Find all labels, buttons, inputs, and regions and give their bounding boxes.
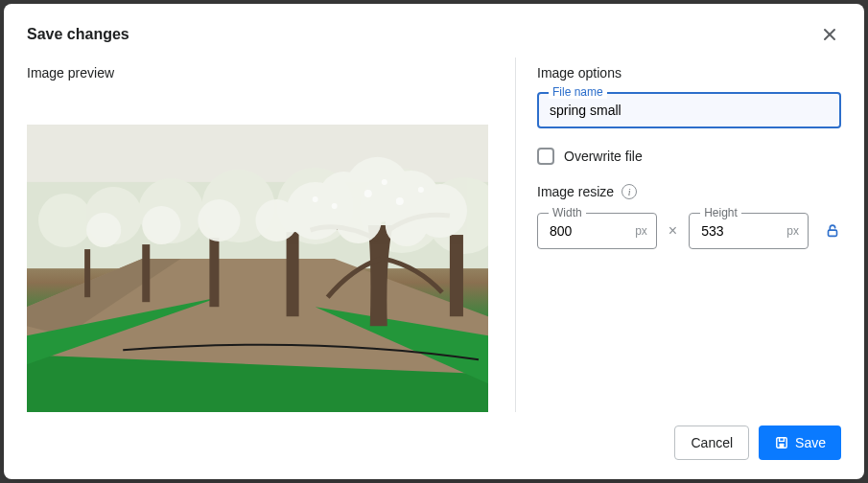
width-unit: px	[635, 224, 647, 238]
resize-label: Image resize	[537, 184, 614, 199]
modal-header: Save changes	[4, 4, 864, 58]
resize-row: Width px × Height px	[537, 213, 841, 249]
svg-point-36	[332, 203, 338, 209]
svg-rect-17	[142, 244, 150, 302]
svg-point-29	[198, 199, 240, 242]
width-label: Width	[549, 206, 586, 219]
overwrite-row: Overwrite file	[537, 148, 841, 165]
cancel-button[interactable]: Cancel	[674, 426, 749, 460]
close-icon	[821, 26, 838, 43]
overwrite-checkbox[interactable]	[537, 148, 554, 165]
preview-section-label: Image preview	[27, 65, 488, 80]
right-pane: Image options File name Overwrite file I…	[515, 58, 841, 412]
lock-icon	[824, 222, 841, 240]
save-icon	[774, 435, 789, 450]
svg-point-37	[313, 196, 318, 202]
options-section-label: Image options	[537, 65, 841, 80]
svg-rect-20	[450, 235, 463, 316]
svg-point-35	[418, 187, 424, 193]
svg-point-28	[255, 199, 297, 242]
info-icon[interactable]: i	[622, 184, 637, 199]
svg-point-9	[38, 194, 92, 247]
modal-body: Image preview	[4, 58, 864, 412]
overwrite-label: Overwrite file	[564, 149, 643, 164]
modal-footer: Cancel Save	[4, 412, 864, 479]
svg-point-30	[142, 206, 180, 244]
svg-point-26	[336, 197, 382, 243]
modal-title: Save changes	[27, 26, 129, 43]
save-label: Save	[795, 435, 826, 450]
width-field: Width px	[537, 213, 657, 249]
svg-rect-40	[780, 444, 785, 448]
svg-rect-18	[209, 238, 219, 307]
svg-point-33	[382, 179, 387, 185]
filename-field: File name	[537, 92, 841, 128]
svg-point-27	[386, 204, 428, 246]
save-changes-modal: Save changes Image preview	[4, 4, 864, 479]
height-field: Height px	[689, 213, 809, 249]
image-preview	[27, 125, 488, 412]
height-unit: px	[786, 224, 799, 238]
aspect-lock-button[interactable]	[824, 222, 841, 240]
svg-point-34	[396, 197, 404, 205]
save-button[interactable]: Save	[759, 426, 841, 460]
filename-label: File name	[549, 85, 607, 99]
svg-rect-19	[287, 232, 299, 316]
svg-rect-38	[829, 230, 837, 236]
svg-point-31	[86, 213, 121, 247]
times-icon: ×	[665, 222, 681, 240]
cancel-label: Cancel	[691, 435, 733, 450]
height-label: Height	[700, 206, 741, 219]
resize-header: Image resize i	[537, 184, 841, 199]
left-pane: Image preview	[27, 58, 515, 412]
close-button[interactable]	[814, 19, 845, 50]
svg-point-32	[364, 190, 372, 197]
svg-rect-16	[84, 249, 90, 297]
